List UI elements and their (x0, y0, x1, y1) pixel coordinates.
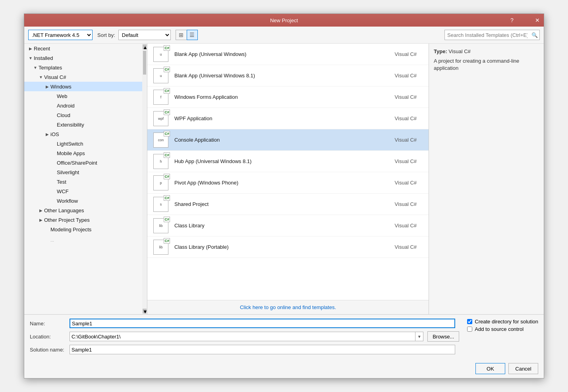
template-item[interactable]: u C# Blank App (Universal Windows 8.1) V… (147, 65, 429, 86)
sidebar-item-extensibility[interactable]: Extensibility (24, 120, 147, 129)
template-item[interactable]: wpf C# WPF Application Visual C# (147, 108, 429, 129)
location-dropdown-button[interactable]: ▼ (415, 332, 423, 341)
recent-arrow: ▶ (27, 46, 34, 51)
sidebar-item-label: Visual C# (44, 74, 66, 80)
ok-button[interactable]: OK (475, 363, 505, 374)
sidebar-scroll[interactable]: ▶ Recent ▼ Installed ▼ Templates (24, 44, 147, 314)
location-label: Location: (30, 334, 70, 340)
framework-select[interactable]: .NET Framework 4.5 .NET Framework 4.0 .N… (29, 30, 92, 40)
sidebar-scroll-thumb[interactable] (143, 51, 146, 75)
template-icon: u C# (151, 45, 170, 64)
sidebar-item-test[interactable]: Test (24, 177, 147, 186)
sidebar-item-office-sharepoint[interactable]: Office/SharePoint (24, 158, 147, 167)
sidebar-scrollbar[interactable]: ▲ ▼ (142, 44, 147, 314)
sidebar-item-label: Mobile Apps (57, 150, 85, 156)
location-input-container: ▼ (70, 332, 423, 341)
template-item[interactable]: con C# Console Application Visual C# (147, 129, 429, 151)
sidebar-item-workflow[interactable]: Workflow (24, 196, 147, 206)
sidebar-item-other-project-types[interactable]: ▶ Other Project Types (24, 215, 147, 225)
template-icon: lib C# (151, 238, 170, 257)
cancel-button[interactable]: Cancel (508, 363, 538, 374)
sidebar-item-visual-c[interactable]: ▼ Visual C# (24, 72, 147, 82)
sidebar-item-web[interactable]: Web (24, 91, 147, 101)
sidebar-item-label: Installed (34, 55, 53, 61)
online-link[interactable]: Click here to go online and find templat… (240, 304, 336, 310)
dialog-title: New Project (270, 17, 298, 23)
sidebar-item-wcf[interactable]: WCF (24, 186, 147, 196)
add-source-row: Add to source control (467, 326, 524, 332)
list-view-button[interactable]: ☰ (187, 30, 198, 40)
sidebar-item-ios[interactable]: ▶ iOS (24, 129, 147, 139)
template-info: Pivot App (Windows Phone) (174, 180, 395, 186)
search-box[interactable]: 🔍 (444, 30, 540, 40)
bottom-buttons: OK Cancel (30, 360, 538, 374)
info-panel: Type: Visual C# A project for creating a… (429, 44, 544, 314)
framework-dropdown[interactable]: .NET Framework 4.5 .NET Framework 4.0 .N… (28, 30, 93, 40)
sidebar-item-modeling-projects[interactable]: Modeling Projects (24, 225, 147, 234)
sidebar-item-lightswitch[interactable]: LightSwitch (24, 139, 147, 148)
scroll-down-arrow[interactable]: ▼ (143, 309, 147, 313)
solution-input[interactable] (70, 345, 455, 354)
windows-arrow: ▶ (44, 85, 50, 89)
sidebar-item-android[interactable]: Android (24, 101, 147, 110)
template-name: Hub App (Universal Windows 8.1) (174, 158, 395, 164)
template-name: Console Application (174, 137, 395, 143)
template-item[interactable]: p C# Pivot App (Windows Phone) Visual C# (147, 172, 429, 194)
sidebar: ▶ Recent ▼ Installed ▼ Templates (24, 44, 147, 314)
template-info: Shared Project (174, 201, 395, 207)
sidebar-item-silverlight[interactable]: Silverlight (24, 167, 147, 177)
title-bar: New Project ? ✕ (24, 14, 544, 27)
sidebar-item-windows[interactable]: ▶ Windows (24, 82, 147, 91)
dialog-body: .NET Framework 4.5 .NET Framework 4.0 .N… (24, 27, 544, 378)
template-icon: con C# (151, 131, 170, 150)
sidebar-item-label: Android (57, 103, 75, 109)
template-item[interactable]: h C# Hub App (Universal Windows 8.1) Vis… (147, 151, 429, 172)
template-info: Hub App (Universal Windows 8.1) (174, 158, 395, 164)
name-input[interactable] (70, 319, 455, 328)
template-item[interactable]: f C# Windows Forms Application Visual C# (147, 86, 429, 108)
sidebar-item-installed[interactable]: ▼ Installed (24, 53, 147, 63)
sort-dropdown[interactable]: Default Name Date Modified (118, 30, 171, 40)
bottom-actions: Name: Location: ▼ Browse... Solution nam… (30, 319, 538, 357)
search-icon: 🔍 (530, 32, 539, 38)
add-source-checkbox[interactable] (467, 327, 472, 332)
location-input[interactable] (70, 332, 415, 341)
sort-select[interactable]: Default Name Date Modified (119, 30, 170, 40)
create-dir-row: Create directory for solution (467, 319, 538, 325)
template-lang: Visual C# (395, 73, 425, 79)
scroll-up-arrow[interactable]: ▲ (143, 44, 147, 49)
more-items-indicator: ... (24, 234, 147, 246)
type-value: Visual C# (448, 48, 470, 54)
help-button[interactable]: ? (506, 14, 518, 27)
sidebar-item-recent[interactable]: ▶ Recent (24, 44, 147, 53)
template-item[interactable]: lib C# Class Library (Portable) Visual C… (147, 236, 429, 258)
template-info: Class Library (174, 223, 395, 229)
sidebar-item-cloud[interactable]: Cloud (24, 110, 147, 120)
template-item[interactable]: lib C# Class Library Visual C# (147, 215, 429, 236)
online-link-bar: Click here to go online and find templat… (147, 300, 429, 314)
template-lang: Visual C# (395, 180, 425, 186)
template-name: Blank App (Universal Windows 8.1) (174, 73, 395, 79)
solution-row: Solution name: (30, 345, 459, 354)
template-scroll-container: u C# Blank App (Universal Windows) Visua… (147, 44, 429, 314)
sidebar-item-mobile-apps[interactable]: Mobile Apps (24, 148, 147, 158)
template-icon: h C# (151, 152, 170, 171)
template-name: Class Library (Portable) (174, 244, 395, 250)
sidebar-item-templates[interactable]: ▼ Templates (24, 63, 147, 72)
templates-arrow: ▼ (32, 65, 39, 70)
template-item[interactable]: s C# Shared Project Visual C# (147, 194, 429, 215)
sidebar-item-label: Templates (39, 65, 62, 71)
search-input[interactable] (445, 30, 530, 40)
create-dir-checkbox[interactable] (467, 319, 472, 324)
create-dir-label: Create directory for solution (475, 319, 538, 325)
info-type-row: Type: Visual C# (434, 48, 539, 54)
template-list-wrap: u C# Blank App (Universal Windows) Visua… (147, 44, 429, 314)
sidebar-item-other-languages[interactable]: ▶ Other Languages (24, 206, 147, 215)
close-button[interactable]: ✕ (531, 14, 544, 27)
other-lang-arrow: ▶ (38, 208, 44, 213)
browse-button[interactable]: Browse... (427, 331, 459, 342)
grid-view-button[interactable]: ⊞ (176, 30, 187, 40)
template-item[interactable]: u C# Blank App (Universal Windows) Visua… (147, 44, 429, 65)
sidebar-item-label: Other Languages (44, 208, 84, 213)
template-list[interactable]: u C# Blank App (Universal Windows) Visua… (147, 44, 429, 300)
